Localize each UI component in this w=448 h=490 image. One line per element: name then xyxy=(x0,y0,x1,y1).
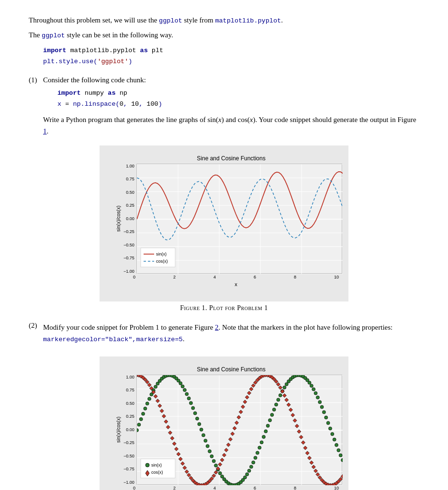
svg-point-35 xyxy=(137,423,141,426)
svg-point-39 xyxy=(141,412,145,415)
svg-point-97 xyxy=(202,433,205,436)
svg-marker-134 xyxy=(239,410,243,413)
cos-curve xyxy=(137,178,343,240)
as-kw: as xyxy=(140,47,148,54)
svg-point-231 xyxy=(341,458,343,462)
ytick: −0.50 xyxy=(123,454,134,458)
xtick: 10 xyxy=(334,275,339,279)
svg-point-37 xyxy=(139,417,143,421)
svg-point-45 xyxy=(147,397,151,401)
svg-marker-180 xyxy=(287,402,291,406)
svg-marker-198 xyxy=(305,451,309,455)
svg-marker-130 xyxy=(235,421,238,424)
figure-1-xticks: 0 2 4 6 8 10 xyxy=(133,275,339,279)
svg-marker-142 xyxy=(247,391,251,395)
ggplot-ref2: ggplot xyxy=(42,32,65,39)
svg-marker-72 xyxy=(174,447,178,451)
svg-point-229 xyxy=(339,454,342,457)
svg-marker-62 xyxy=(164,420,168,423)
code-line-2: plt.style.use('ggplot') xyxy=(43,56,419,67)
figure-1-svg: sin(x) cos(x) xyxy=(137,164,343,274)
svg-point-234 xyxy=(146,463,149,467)
ggplot-str: 'ggplot' xyxy=(97,58,128,65)
figure-1-xlabel: x xyxy=(133,281,339,287)
svg-marker-118 xyxy=(222,453,226,457)
intro-line1: Throughout this problem set, we will use… xyxy=(29,14,419,26)
svg-point-217 xyxy=(326,421,330,424)
svg-point-163 xyxy=(270,413,274,416)
ytick: 0.25 xyxy=(126,414,134,419)
xtick: 6 xyxy=(254,275,256,279)
svg-point-221 xyxy=(331,432,334,435)
svg-marker-116 xyxy=(220,458,224,462)
svg-point-113 xyxy=(218,471,222,475)
svg-point-205 xyxy=(314,391,317,395)
xtick: 0 xyxy=(133,275,135,279)
svg-marker-204 xyxy=(312,465,315,468)
svg-point-159 xyxy=(266,424,269,427)
svg-point-177 xyxy=(285,382,288,386)
svg-marker-176 xyxy=(282,393,286,397)
svg-point-171 xyxy=(279,393,282,397)
svg-point-167 xyxy=(274,402,278,406)
svg-point-157 xyxy=(264,429,268,433)
figure-2-ylabel: sin(x)/cos(x) xyxy=(116,416,121,442)
svg-point-81 xyxy=(185,392,189,395)
svg-point-107 xyxy=(212,459,215,463)
problem-1-header: (1) Consider the following code chunk: xyxy=(29,76,419,84)
x-var: x xyxy=(57,100,61,108)
code-text: = xyxy=(61,100,73,108)
svg-marker-146 xyxy=(251,383,255,387)
figure-2-container: Sine and Cosine Functions sin(x)/cos(x) … xyxy=(29,356,419,490)
svg-point-211 xyxy=(320,405,324,409)
figure-1-caption: Figure 1. Plot for Problem 1 xyxy=(180,304,268,312)
code-text: plt xyxy=(148,47,163,54)
svg-point-95 xyxy=(200,428,203,431)
linspace-fn: np.linspace( xyxy=(73,100,119,108)
svg-marker-114 xyxy=(218,462,222,466)
svg-point-165 xyxy=(272,408,276,411)
figure-1-plot-area: sin(x) cos(x) xyxy=(136,164,342,274)
legend2-cos: cos(x) xyxy=(151,470,163,475)
ytick: −0.75 xyxy=(123,467,134,471)
xtick: 6 xyxy=(254,486,256,490)
svg-marker-186 xyxy=(293,418,297,422)
svg-marker-54 xyxy=(156,399,159,402)
problem-2: (2) Modify your code snippet for Problem… xyxy=(29,322,419,490)
intro-paragraph: Throughout this problem set, we will use… xyxy=(29,14,419,41)
svg-point-213 xyxy=(322,410,325,413)
problem-1-text: Consider the following code chunk: xyxy=(43,76,419,84)
intro-line2: The ggplot style can be set in the follo… xyxy=(29,29,419,41)
svg-marker-188 xyxy=(295,424,299,428)
svg-marker-206 xyxy=(314,469,317,473)
marker-props: markeredgecolor="black",markersize=5 xyxy=(43,336,183,343)
code-text: matplotlib.pyplot xyxy=(67,47,140,54)
svg-point-223 xyxy=(333,438,336,441)
svg-point-43 xyxy=(146,401,149,405)
svg-point-33 xyxy=(137,428,139,432)
sin-curve xyxy=(137,172,343,229)
figure-1-chart: Sine and Cosine Functions sin(x)/cos(x) … xyxy=(100,145,348,301)
svg-marker-120 xyxy=(224,448,228,452)
legend-cos: cos(x) xyxy=(156,259,168,264)
ytick: 0.75 xyxy=(126,177,134,181)
ytick: 0.50 xyxy=(126,190,134,195)
svg-point-203 xyxy=(312,387,315,390)
ytick: −1.00 xyxy=(123,269,134,274)
svg-point-141 xyxy=(247,469,251,472)
svg-point-105 xyxy=(210,455,213,458)
svg-point-153 xyxy=(260,440,263,444)
svg-rect-233 xyxy=(141,459,175,478)
svg-marker-202 xyxy=(310,460,314,464)
ytick: −0.75 xyxy=(123,256,134,260)
matplotlib-ref: matplotlib.pyplot xyxy=(215,17,281,24)
ytick: −0.50 xyxy=(123,243,134,247)
svg-marker-208 xyxy=(316,472,320,476)
svg-marker-74 xyxy=(177,452,180,456)
problem-2-num: (2) xyxy=(29,322,43,330)
svg-marker-126 xyxy=(231,432,235,435)
svg-marker-66 xyxy=(168,431,172,434)
code2-line2: x = np.linspace(0, 10, 100) xyxy=(57,99,419,110)
legend2-sin: sin(x) xyxy=(151,463,162,468)
xtick: 2 xyxy=(173,275,176,279)
